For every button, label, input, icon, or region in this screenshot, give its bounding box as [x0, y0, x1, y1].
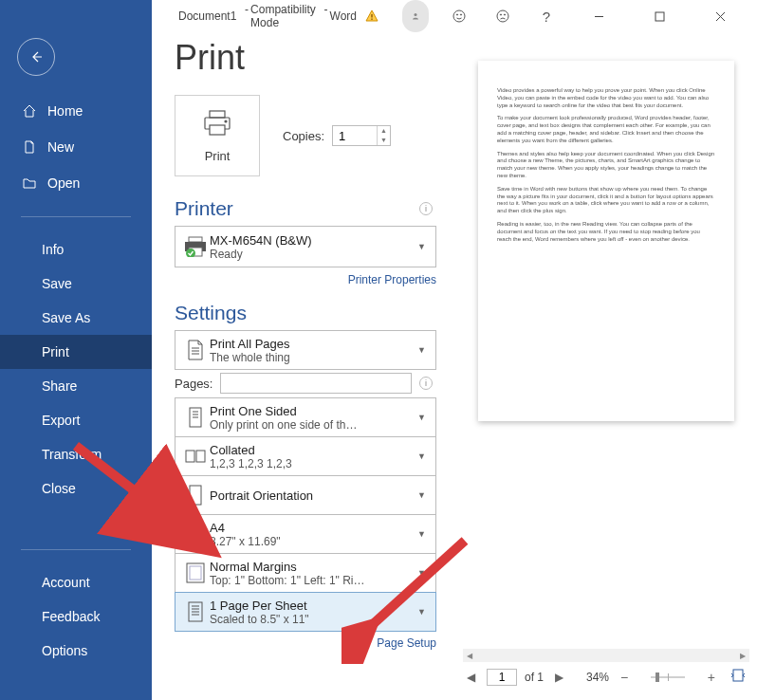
copies-input[interactable]: ▲ ▼ — [332, 125, 391, 146]
printer-icon — [201, 109, 233, 141]
zoom-in-button[interactable]: + — [704, 670, 719, 685]
frown-icon[interactable] — [489, 0, 516, 32]
settings-section-title: Settings — [175, 302, 436, 324]
doc-name: Document1 — [178, 9, 236, 23]
copies-down[interactable]: ▼ — [378, 136, 390, 145]
nav-home[interactable]: Home — [0, 93, 152, 129]
pages-label: Pages: — [175, 377, 212, 391]
titlebar: Document1 - Compatibility Mode - Word ? — [152, 0, 757, 32]
chevron-down-icon: ▼ — [414, 451, 430, 461]
svg-rect-38 — [733, 670, 743, 681]
document-icon — [181, 339, 210, 361]
printer-info-icon[interactable]: i — [419, 202, 433, 215]
svg-rect-15 — [210, 125, 225, 135]
sided-dropdown[interactable]: Print One Sided Only print on one side o… — [175, 397, 436, 437]
svg-point-2 — [415, 13, 417, 16]
smile-icon[interactable] — [446, 0, 472, 32]
next-page-button[interactable]: ▶ — [551, 669, 567, 686]
page-sheet-icon — [181, 600, 210, 623]
portrait-icon — [181, 484, 210, 507]
app-name: Word — [330, 9, 357, 23]
warning-icon[interactable] — [359, 0, 385, 32]
copies-label: Copies: — [283, 129, 324, 143]
printer-properties-link[interactable]: Printer Properties — [175, 273, 436, 286]
home-icon — [21, 102, 38, 120]
scroll-right-button[interactable]: ▶ — [736, 649, 749, 662]
svg-rect-10 — [655, 12, 664, 21]
nav-saveas[interactable]: Save As — [0, 301, 152, 335]
page-setup-link[interactable]: Page Setup — [175, 636, 436, 650]
svg-point-6 — [497, 10, 508, 22]
chevron-down-icon: ▼ — [414, 568, 430, 578]
svg-rect-32 — [190, 566, 201, 580]
nav-transform[interactable]: Transform — [0, 437, 152, 471]
nav-feedback[interactable]: Feedback — [0, 599, 152, 634]
one-sided-icon — [181, 406, 210, 429]
nav-share[interactable]: Share — [0, 369, 152, 403]
svg-point-4 — [456, 14, 457, 15]
nav-new-label: New — [47, 139, 74, 155]
page-count-label: of 1 — [525, 671, 544, 684]
account-icon[interactable] — [402, 0, 429, 32]
print-button[interactable]: Print — [175, 95, 260, 176]
copies-up[interactable]: ▲ — [378, 126, 390, 136]
chevron-down-icon: ▼ — [414, 345, 430, 355]
svg-rect-29 — [196, 451, 205, 462]
print-preview: Video provides a powerful way to help yo… — [463, 51, 749, 643]
nav-close[interactable]: Close — [0, 471, 152, 506]
chevron-down-icon: ▼ — [414, 529, 430, 539]
page-number-input[interactable] — [487, 669, 517, 686]
pages-input[interactable] — [220, 373, 412, 394]
svg-rect-17 — [189, 237, 202, 242]
fit-page-button[interactable] — [727, 668, 749, 687]
svg-rect-13 — [210, 111, 225, 118]
collated-dropdown[interactable]: Collated 1,2,3 1,2,3 1,2,3 ▼ — [175, 436, 436, 476]
chevron-down-icon: ▼ — [414, 490, 430, 500]
nav-account[interactable]: Account — [0, 565, 152, 599]
zoom-out-button[interactable]: − — [617, 670, 632, 685]
nav-open[interactable]: Open — [0, 165, 152, 201]
svg-point-16 — [225, 120, 227, 122]
printer-dropdown[interactable]: MX-M654N (B&W) Ready ▼ — [175, 226, 436, 267]
minimize-button[interactable] — [577, 0, 620, 32]
svg-point-5 — [460, 14, 461, 15]
zoom-thumb[interactable] — [655, 672, 659, 682]
nav-info[interactable]: Info — [0, 232, 152, 267]
close-button[interactable] — [698, 0, 742, 32]
chevron-down-icon: ▼ — [414, 413, 430, 422]
printer-status: Ready — [210, 248, 414, 261]
orientation-dropdown[interactable]: Portrait Orientation ▼ — [175, 475, 436, 515]
compat-mode: Compatibility Mode — [250, 3, 316, 29]
nav-options[interactable]: Options — [0, 634, 152, 668]
page-title: Print — [175, 38, 436, 78]
svg-point-7 — [500, 14, 501, 15]
svg-rect-28 — [186, 451, 194, 462]
print-pages-dropdown[interactable]: Print All Pages The whole thing ▼ — [175, 330, 436, 370]
help-icon[interactable]: ? — [533, 0, 560, 32]
collated-icon — [181, 447, 210, 466]
pages-per-sheet-dropdown[interactable]: 1 Page Per Sheet Scaled to 8.5" x 11" ▼ — [175, 592, 436, 632]
back-button[interactable] — [17, 38, 55, 76]
prev-page-button[interactable]: ◀ — [463, 669, 479, 686]
nav-print[interactable]: Print — [0, 335, 152, 369]
maximize-button[interactable] — [637, 0, 681, 32]
svg-point-3 — [453, 10, 465, 22]
chevron-down-icon: ▼ — [414, 607, 430, 617]
nav-save[interactable]: Save — [0, 267, 152, 301]
nav-open-label: Open — [47, 175, 80, 191]
nav-export[interactable]: Export — [0, 403, 152, 437]
scroll-left-button[interactable]: ◀ — [463, 649, 476, 662]
open-icon — [21, 175, 38, 192]
zoom-percent: 34% — [586, 671, 609, 684]
svg-rect-0 — [371, 14, 372, 18]
zoom-slider[interactable] — [651, 676, 685, 678]
nav-new[interactable]: New — [0, 129, 152, 165]
margins-dropdown[interactable]: Normal Margins Top: 1" Bottom: 1" Left: … — [175, 553, 436, 593]
print-button-label: Print — [205, 149, 231, 163]
printer-section-title: Printer — [175, 197, 233, 220]
paper-icon — [181, 523, 210, 545]
pages-info-icon[interactable]: i — [419, 377, 433, 390]
chevron-down-icon: ▼ — [414, 242, 430, 251]
scrollbar-horizontal[interactable] — [476, 649, 736, 662]
paper-size-dropdown[interactable]: A4 8.27" x 11.69" ▼ — [175, 514, 436, 554]
